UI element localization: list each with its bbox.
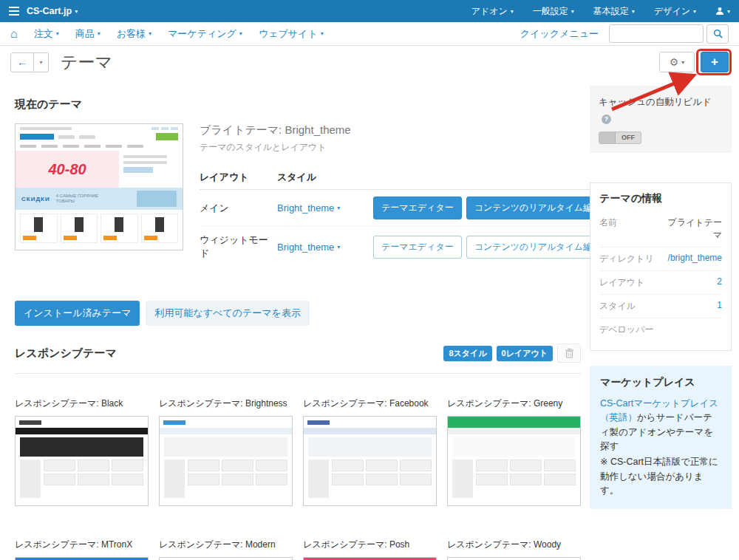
live-edit-button[interactable]: コンテンツのリアルタイム編集 <box>466 236 609 259</box>
preview-products <box>44 460 143 498</box>
preview-promo-subtext: 4 САМЫЕ ГОРЯЧИЕ ТОВАРЫ <box>56 194 108 204</box>
layout-name: メイン <box>200 202 277 215</box>
marketplace-panel: マーケットプレイス CS-Cartマーケットプレイス（英語）からサードパーティ製… <box>590 366 732 509</box>
info-value-link[interactable]: /bright_theme <box>668 253 722 265</box>
quick-menu-link[interactable]: クイックメニュー <box>520 27 599 41</box>
theme-card-preview[interactable] <box>447 557 581 560</box>
topbar-item-label: 基本設定 <box>593 5 629 18</box>
search-input[interactable] <box>609 24 704 43</box>
user-menu[interactable] <box>715 7 730 16</box>
topbar-item-label: 一般設定 <box>533 5 568 18</box>
marketplace-note: ※ CS-Cart日本語版で正常に動作しない場合があります。 <box>600 455 721 498</box>
info-row-directory: ディレクトリ /bright_theme <box>599 247 722 270</box>
theme-card-preview[interactable] <box>15 416 149 506</box>
theme-card-title: レスポンシブテーマ: Black <box>15 397 149 410</box>
store-switcher[interactable]: CS-Cart.jp <box>27 6 78 16</box>
page-header: ▾ テーマ ▾ <box>0 46 739 78</box>
theme-card-facebook[interactable]: レスポンシブテーマ: Facebook <box>303 397 437 506</box>
topbar-item-general-settings[interactable]: 一般設定 <box>533 5 574 18</box>
preview-topline <box>16 124 183 130</box>
current-theme-info: ブライトテーマ: Bright_theme テーマのスタイルとレイアウト レイア… <box>200 123 609 267</box>
theme-card-preview[interactable] <box>303 416 437 506</box>
column-header-layout: レイアウト <box>200 171 277 184</box>
info-row-layouts: レイアウト 2 <box>599 270 722 294</box>
styles-count-badge: 8スタイル <box>443 346 491 361</box>
nav-item-products[interactable]: 商品 <box>75 27 101 41</box>
cache-rebuild-label: キャッシュの自動リビルド <box>599 97 712 107</box>
theme-card-title: レスポンシブテーマ: Facebook <box>303 397 437 410</box>
table-row: ウィジットモード Bright_theme テーマエディター コンテンツのリアル… <box>200 226 609 267</box>
section-divider <box>15 373 581 374</box>
nav-item-orders[interactable]: 注文 <box>34 27 59 41</box>
main-nav: 注文 商品 お客様 マーケティング ウェブサイト クイックメニュー <box>0 22 739 46</box>
nav-item-website[interactable]: ウェブサイト <box>259 27 324 41</box>
tab-installed-themes[interactable]: インストール済みテーマ <box>15 301 140 326</box>
cache-rebuild-toggle[interactable]: OFF <box>599 132 641 144</box>
current-theme-name: ブライトテーマ: Bright_theme <box>200 123 609 137</box>
gear-icon <box>670 55 679 69</box>
theme-card-preview[interactable] <box>159 416 293 506</box>
info-label: 名前 <box>599 216 617 242</box>
current-theme-preview[interactable]: 40-80 СКИДКИ 4 САМЫЕ ГОРЯЧИЕ ТОВАРЫ <box>15 123 183 250</box>
theme-card-preview[interactable] <box>15 557 149 560</box>
help-icon[interactable] <box>602 115 611 124</box>
style-dropdown[interactable]: Bright_theme <box>277 202 373 214</box>
top-bar: CS-Cart.jp アドオン 一般設定 基本設定 デザイン <box>0 0 739 22</box>
back-button[interactable] <box>10 52 34 72</box>
theme-card-mtronx[interactable]: レスポンシブテーマ: MTronX <box>15 539 149 560</box>
theme-card-preview[interactable] <box>303 557 437 560</box>
preview-nav-row <box>16 143 183 151</box>
current-theme-heading: 現在のテーマ <box>15 98 581 112</box>
column-header-style: スタイル <box>277 171 373 184</box>
theme-cards-grid: レスポンシブテーマ: Black レスポンシブテーマ: Brightness <box>15 397 581 560</box>
info-value-link[interactable]: 2 <box>717 276 722 289</box>
delete-theme-button[interactable] <box>557 344 581 363</box>
theme-card-preview[interactable] <box>447 416 581 506</box>
search-button[interactable] <box>706 24 729 44</box>
theme-card-title: レスポンシブテーマ: Modern <box>159 539 293 551</box>
gear-menu-button[interactable]: ▾ <box>659 52 695 72</box>
page-title: テーマ <box>61 51 112 74</box>
theme-card-preview[interactable] <box>159 557 293 560</box>
info-value-link[interactable]: 1 <box>717 300 722 313</box>
nav-item-label: お客様 <box>117 27 146 41</box>
theme-card-modern[interactable]: レスポンシブテーマ: Modern <box>159 539 293 560</box>
preview-promo-strip: СКИДКИ 4 САМЫЕ ГОРЯЧИЕ ТОВАРЫ <box>16 188 183 210</box>
nav-item-customers[interactable]: お客様 <box>117 27 151 41</box>
tab-all-available-themes[interactable]: 利用可能なすべてのテーマを表示 <box>146 301 309 326</box>
add-theme-button[interactable] <box>701 52 729 72</box>
main-content: 現在のテーマ 40-80 СКИДКИ 4 САМЫЕ ГОРЯЧИЕ ТОВА… <box>15 78 581 560</box>
topbar-item-design[interactable]: デザイン <box>654 5 696 18</box>
theme-card-posh[interactable]: レスポンシブテーマ: Posh <box>303 539 437 560</box>
theme-card-title: レスポンシブテーマ: Brightness <box>159 397 293 410</box>
nav-item-marketing[interactable]: マーケティング <box>168 27 242 41</box>
preview-products <box>188 460 287 498</box>
layout-name: ウィジットモード <box>200 233 277 260</box>
theme-card-woody[interactable]: レスポンシブテーマ: Woody <box>447 539 581 560</box>
theme-editor-button[interactable]: テーマエディター <box>373 197 462 219</box>
admin-page: CS-Cart.jp アドオン 一般設定 基本設定 デザイン 注文 商品 お客様… <box>0 0 739 560</box>
theme-card-greeny[interactable]: レスポンシブテーマ: Greeny <box>447 397 581 506</box>
theme-card-black[interactable]: レスポンシブテーマ: Black <box>15 397 149 506</box>
theme-editor-button[interactable]: テーマエディター <box>373 236 462 259</box>
preview-logo-row <box>16 130 183 143</box>
topbar-item-basic-settings[interactable]: 基本設定 <box>593 5 635 18</box>
back-dropdown-caret[interactable]: ▾ <box>34 52 49 72</box>
style-dropdown[interactable]: Bright_theme <box>277 242 373 253</box>
theme-info-panel: テーマの情報 名前 ブライトテーマ ディレクトリ /bright_theme レ… <box>590 182 732 351</box>
info-label: デベロッパー <box>599 324 653 336</box>
current-theme-subtitle: テーマのスタイルとレイアウト <box>200 141 609 154</box>
theme-info-title: テーマの情報 <box>599 192 722 211</box>
topbar-item-addons[interactable]: アドオン <box>471 5 514 18</box>
theme-card-title: レスポンシブテーマ: Woody <box>447 539 581 551</box>
theme-card-brightness[interactable]: レスポンシブテーマ: Brightness <box>159 397 293 506</box>
home-icon[interactable] <box>10 27 18 41</box>
nav-item-label: 商品 <box>75 27 95 41</box>
apps-menu-icon[interactable] <box>9 7 19 16</box>
theme-tabs: インストール済みテーマ 利用可能なすべてのテーマを表示 <box>15 301 581 326</box>
style-dropdown-label: Bright_theme <box>277 242 334 253</box>
user-icon <box>715 7 724 16</box>
right-sidebar: キャッシュの自動リビルド OFF テーマの情報 名前 ブライトテーマ ディレクト… <box>590 78 732 509</box>
theme-card-title: レスポンシブテーマ: MTronX <box>15 539 149 551</box>
live-edit-button[interactable]: コンテンツのリアルタイム編集 <box>466 197 609 219</box>
